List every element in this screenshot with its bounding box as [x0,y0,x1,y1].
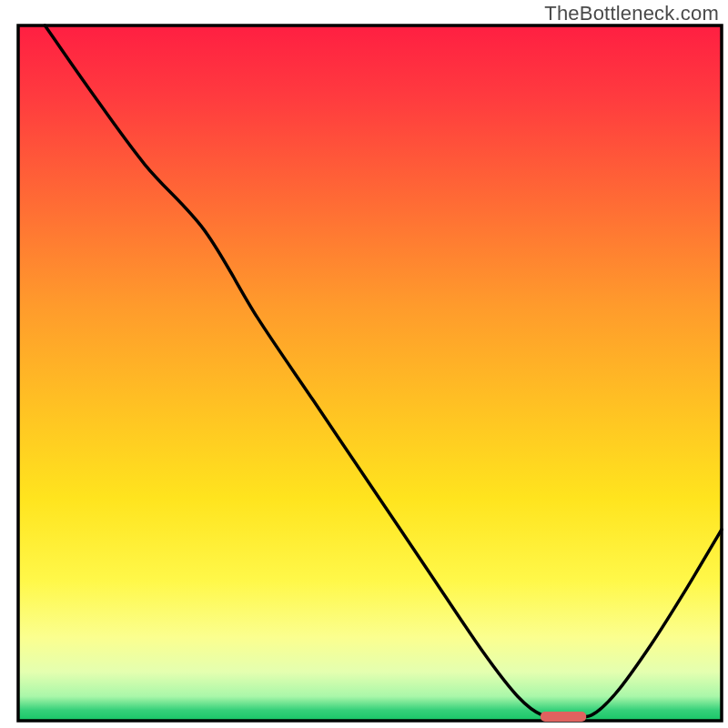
watermark-label: TheBottleneck.com [544,2,719,25]
bottleneck-chart: TheBottleneck.com [0,0,728,728]
chart-svg [0,0,728,728]
plot-background [18,25,722,721]
optimal-marker [541,712,586,722]
